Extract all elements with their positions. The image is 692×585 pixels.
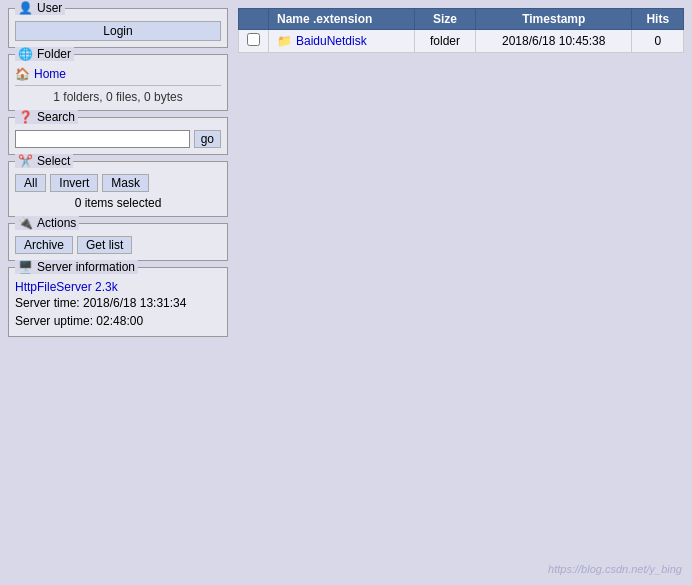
actions-icon: 🔌 — [18, 216, 33, 230]
col-checkbox — [239, 9, 269, 30]
server-time: Server time: 2018/6/18 13:31:34 — [15, 294, 221, 312]
server-uptime: Server uptime: 02:48:00 — [15, 312, 221, 330]
archive-button[interactable]: Archive — [15, 236, 73, 254]
col-size: Size — [414, 9, 475, 30]
sidebar: 👤 User Login 🌐 Folder 🏠 Home 1 folders, … — [8, 8, 228, 337]
folder-panel-title: 🌐 Folder — [15, 47, 74, 61]
file-size: folder — [414, 30, 475, 53]
select-mask-button[interactable]: Mask — [102, 174, 149, 192]
watermark: https://blog.csdn.net/y_bing — [548, 563, 682, 575]
content-area: Name .extension Size Timestamp Hits 📁Bai… — [238, 8, 684, 337]
actions-panel: 🔌 Actions Archive Get list — [8, 223, 228, 261]
table-row: 📁BaiduNetdiskfolder2018/6/18 10:45:380 — [239, 30, 684, 53]
select-panel-title: ✂️ Select — [15, 154, 73, 168]
user-panel-title: 👤 User — [15, 1, 65, 15]
login-button[interactable]: Login — [15, 21, 221, 41]
row-checkbox[interactable] — [247, 33, 260, 46]
user-panel: 👤 User Login — [8, 8, 228, 48]
col-hits: Hits — [632, 9, 684, 30]
server-info-panel-title: 🖥️ Server information — [15, 260, 138, 274]
select-icon: ✂️ — [18, 154, 33, 168]
items-selected-label: 0 items selected — [15, 196, 221, 210]
file-link[interactable]: 📁BaiduNetdisk — [277, 34, 406, 48]
file-table: Name .extension Size Timestamp Hits 📁Bai… — [238, 8, 684, 53]
file-hits: 0 — [632, 30, 684, 53]
search-panel: ❓ Search go — [8, 117, 228, 155]
folder-panel-icon: 🌐 — [18, 47, 33, 61]
server-info-panel: 🖥️ Server information HttpFileServer 2.3… — [8, 267, 228, 337]
file-timestamp: 2018/6/18 10:45:38 — [476, 30, 632, 53]
select-panel: ✂️ Select All Invert Mask 0 items select… — [8, 161, 228, 217]
file-name: BaiduNetdisk — [296, 34, 367, 48]
search-panel-title: ❓ Search — [15, 110, 78, 124]
search-input[interactable] — [15, 130, 190, 148]
folder-info: 1 folders, 0 files, 0 bytes — [15, 85, 221, 104]
select-invert-button[interactable]: Invert — [50, 174, 98, 192]
server-version-link[interactable]: HttpFileServer 2.3k — [15, 280, 118, 294]
folder-icon: 📁 — [277, 34, 292, 48]
get-list-button[interactable]: Get list — [77, 236, 132, 254]
home-link[interactable]: 🏠 Home — [15, 67, 221, 81]
server-icon: 🖥️ — [18, 260, 33, 274]
col-name: Name .extension — [269, 9, 415, 30]
folder-panel: 🌐 Folder 🏠 Home 1 folders, 0 files, 0 by… — [8, 54, 228, 111]
select-all-button[interactable]: All — [15, 174, 46, 192]
col-timestamp: Timestamp — [476, 9, 632, 30]
home-icon: 🏠 — [15, 67, 30, 81]
actions-panel-title: 🔌 Actions — [15, 216, 79, 230]
user-icon: 👤 — [18, 1, 33, 15]
search-help-icon: ❓ — [18, 110, 33, 124]
search-go-button[interactable]: go — [194, 130, 221, 148]
